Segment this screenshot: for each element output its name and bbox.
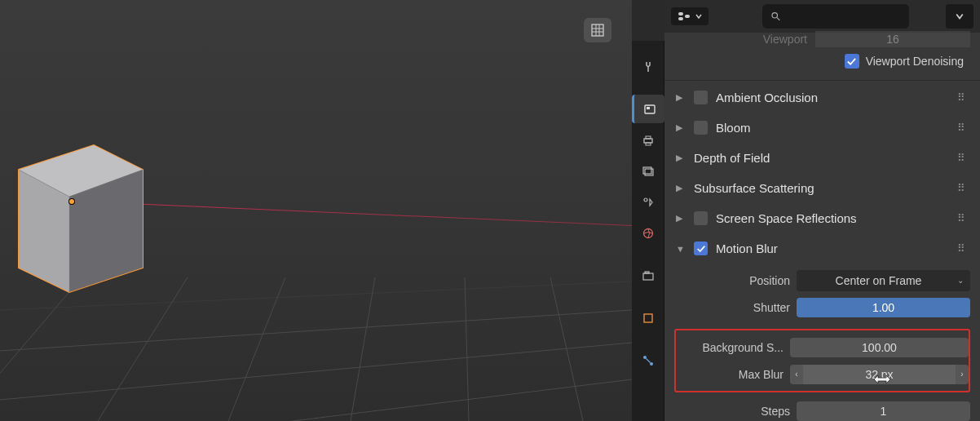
check-icon: [696, 244, 706, 254]
collection-icon: [642, 269, 655, 282]
tab-collection[interactable]: [632, 261, 664, 290]
search-icon: [770, 11, 781, 22]
position-row: Position Center on Frame ⌄: [674, 267, 970, 294]
disclosure-closed-icon: ▶: [676, 153, 686, 163]
panel-title: Bloom: [716, 121, 751, 135]
viewport-shading-button[interactable]: [584, 18, 611, 42]
tab-render[interactable]: [632, 95, 664, 123]
increase-button[interactable]: ›: [956, 365, 969, 384]
steps-field[interactable]: 1: [797, 401, 970, 421]
tab-object[interactable]: [632, 304, 664, 332]
panel-bloom[interactable]: ▶ Bloom ⠿: [664, 113, 980, 143]
shutter-field[interactable]: 1.00: [797, 298, 970, 317]
shutter-row: Shutter 1.00: [674, 294, 970, 321]
disclosure-closed-icon: ▶: [676, 183, 686, 193]
drag-handle-icon[interactable]: ⠿: [957, 122, 967, 134]
panel-title: Ambient Occlusion: [716, 91, 818, 104]
svg-point-35: [650, 362, 653, 366]
svg-rect-39: [685, 15, 690, 18]
steps-label: Steps: [674, 405, 790, 418]
ssr-checkbox[interactable]: [694, 211, 708, 225]
viewport-samples-label: Viewport: [701, 33, 807, 46]
viewport-samples-row: Viewport 16: [664, 31, 980, 47]
panel-subsurface-scattering[interactable]: ▶ Subsurface Scattering ⠿: [664, 173, 980, 203]
panel-title: Depth of Field: [694, 151, 770, 165]
background-separation-field[interactable]: 100.00: [790, 338, 969, 357]
tab-scene[interactable]: [632, 188, 664, 216]
background-separation-label: Background S...: [676, 341, 784, 354]
chevron-down-icon: [695, 13, 702, 20]
panel-ambient-occlusion[interactable]: ▶ Ambient Occlusion ⠿: [664, 82, 980, 113]
layers-icon: [642, 165, 655, 178]
object-icon: [642, 312, 655, 325]
panel-title: Subsurface Scattering: [694, 181, 814, 195]
svg-rect-31: [643, 273, 653, 280]
tab-tool[interactable]: [632, 52, 664, 81]
disclosure-open-icon: ▼: [676, 244, 686, 254]
svg-line-3: [0, 379, 632, 421]
bloom-checkbox[interactable]: [694, 121, 708, 135]
steps-row: Steps 1: [674, 397, 970, 421]
max-blur-row: Max Blur ‹ 32 px ›: [676, 361, 969, 388]
properties-header: [664, 0, 980, 33]
viewport-denoising-row: Viewport Denoising: [664, 47, 980, 78]
position-label: Position: [674, 274, 790, 287]
properties-panel: Viewport 16 Viewport Denoising ▶ Ambient…: [664, 0, 980, 421]
decrease-button[interactable]: ‹: [790, 365, 803, 384]
position-select[interactable]: Center on Frame ⌄: [797, 270, 970, 291]
drag-handle-icon[interactable]: ⠿: [957, 91, 967, 104]
svg-rect-33: [644, 314, 652, 322]
motion-blur-subpanel: Position Center on Frame ⌄ Shutter 1.00: [664, 264, 980, 324]
tab-world[interactable]: [632, 219, 664, 247]
render-icon: [643, 103, 656, 116]
svg-point-34: [643, 356, 647, 359]
viewport-denoising-label: Viewport Denoising: [866, 55, 964, 68]
tab-view-layers[interactable]: [632, 157, 664, 185]
chevron-down-icon: ⌄: [957, 276, 964, 285]
drag-handle-icon[interactable]: ⠿: [957, 212, 967, 224]
cube-mesh[interactable]: [4, 125, 167, 304]
svg-point-30: [644, 228, 653, 237]
drag-handle-icon[interactable]: ⠿: [957, 152, 967, 164]
panel-motion-blur[interactable]: ▼ Motion Blur ⠿: [664, 233, 980, 264]
svg-rect-17: [592, 24, 603, 36]
properties-search-field[interactable]: [762, 4, 909, 29]
viewport-denoising-checkbox[interactable]: [845, 54, 859, 69]
max-blur-field[interactable]: ‹ 32 px ›: [790, 365, 969, 384]
svg-point-29: [644, 198, 647, 202]
check-icon: [846, 56, 857, 67]
drag-handle-icon[interactable]: ⠿: [957, 242, 967, 255]
svg-rect-25: [646, 136, 651, 139]
svg-line-41: [777, 18, 779, 20]
panel-title: Motion Blur: [716, 242, 778, 255]
3d-viewport[interactable]: [0, 0, 632, 421]
object-origin: [69, 199, 74, 204]
data-icon: [678, 11, 692, 22]
svg-rect-38: [678, 17, 683, 20]
constraints-icon: [642, 354, 655, 367]
disclosure-closed-icon: ▶: [676, 122, 686, 133]
data-selector[interactable]: [671, 7, 709, 25]
printer-icon: [642, 134, 655, 147]
scene-icon: [642, 196, 655, 209]
disclosure-closed-icon: ▶: [676, 213, 686, 224]
svg-rect-24: [644, 139, 652, 143]
svg-rect-23: [647, 107, 650, 109]
background-separation-row: Background S... 100.00: [676, 334, 969, 361]
tab-constraints[interactable]: [632, 346, 664, 374]
motion-blur-checkbox[interactable]: [694, 242, 708, 255]
panel-screen-space-reflections[interactable]: ▶ Screen Space Reflections ⠿: [664, 203, 980, 233]
grid-icon: [591, 24, 604, 37]
properties-options-button[interactable]: [946, 4, 973, 29]
ambient-occlusion-checkbox[interactable]: [694, 91, 708, 104]
disclosure-closed-icon: ▶: [676, 92, 686, 103]
viewport-samples-field[interactable]: 16: [815, 31, 970, 47]
search-input[interactable]: [781, 11, 901, 23]
svg-point-40: [772, 13, 777, 18]
drag-handle-icon[interactable]: ⠿: [957, 182, 967, 194]
chevron-down-icon: [956, 12, 964, 20]
tab-output[interactable]: [632, 126, 664, 154]
panel-depth-of-field[interactable]: ▶ Depth of Field ⠿: [664, 143, 980, 173]
max-blur-label: Max Blur: [676, 368, 784, 381]
svg-rect-37: [678, 12, 683, 16]
